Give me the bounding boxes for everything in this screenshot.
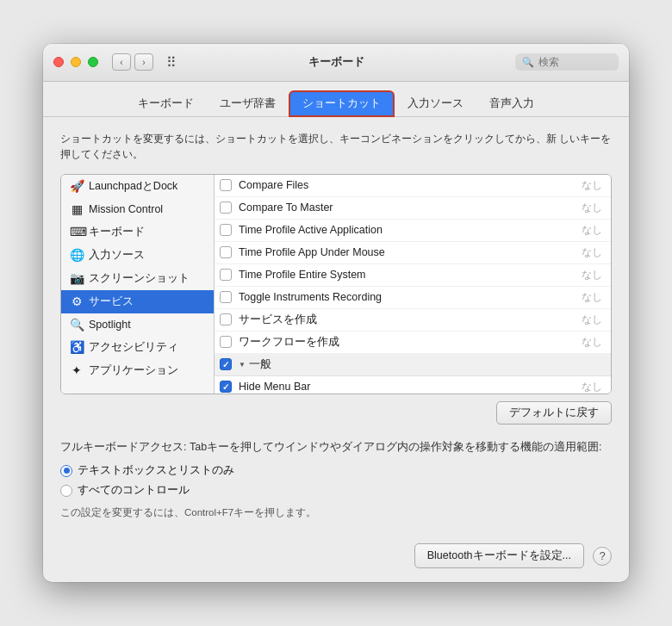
radio-circle-all[interactable] — [60, 485, 72, 497]
item-label: Toggle Instruments Recording — [239, 291, 582, 303]
item-shortcut: なし — [582, 335, 602, 350]
apps-icon: ✦ — [70, 363, 84, 377]
checkbox-tp-active[interactable] — [220, 224, 232, 236]
sidebar-item-spotlight[interactable]: 🔍 Spotlight — [61, 313, 214, 336]
checkbox-create-workflow[interactable] — [220, 336, 232, 348]
tab-shortcuts[interactable]: ショートカット — [289, 90, 395, 117]
item-shortcut: なし — [582, 201, 602, 215]
keyboard-preferences-window: ‹ › ⠿ キーボード 🔍 キーボード ユーザ辞書 ショートカット 入力ソース … — [43, 44, 629, 583]
checkbox-general-section[interactable] — [220, 358, 232, 370]
launchpad-icon: 🚀 — [70, 179, 84, 193]
list-item[interactable]: ワークフローを作成 なし — [215, 332, 611, 354]
section-header-general[interactable]: ▼ 一般 — [215, 354, 611, 376]
sidebar-item-keyboard[interactable]: ⌨ キーボード — [61, 220, 214, 244]
sidebar-item-apps[interactable]: ✦ アプリケーション — [61, 359, 214, 382]
help-button[interactable]: ? — [593, 547, 612, 566]
sidebar-item-label: サービス — [89, 294, 134, 309]
mission-icon: ▦ — [70, 202, 84, 216]
triangle-icon: ▼ — [239, 361, 246, 369]
shortcuts-list: Compare Files なし Compare To Master なし Ti… — [215, 175, 611, 394]
item-shortcut: なし — [582, 245, 602, 260]
radio-textbox-only[interactable]: テキストボックスとリストのみ — [60, 463, 612, 478]
keyboard-icon: ⌨ — [70, 225, 84, 239]
sidebar-item-label: スクリーンショット — [89, 271, 190, 286]
tab-user-dict[interactable]: ユーザ辞書 — [207, 90, 289, 117]
checkbox-tp-mouse[interactable] — [220, 246, 232, 258]
keyboard-access-section: フルキーボードアクセス: Tabキーを押してウインドウやダイアログ内の操作対象を… — [60, 440, 612, 520]
sidebar-item-label: アプリケーション — [89, 363, 178, 378]
item-label: Time Profile App Under Mouse — [239, 246, 582, 258]
item-shortcut: なし — [582, 380, 602, 394]
item-label: Hide Menu Bar — [239, 381, 582, 393]
minimize-button[interactable] — [71, 57, 81, 67]
search-input[interactable] — [538, 56, 607, 68]
checkbox-compare-files[interactable] — [220, 179, 232, 191]
list-item[interactable]: Compare To Master なし — [215, 197, 611, 220]
list-item[interactable]: Compare Files なし — [215, 175, 611, 197]
section-label: 一般 — [249, 357, 271, 372]
traffic-lights — [53, 57, 98, 67]
keyboard-access-title: フルキーボードアクセス: Tabキーを押してウインドウやダイアログ内の操作対象を… — [60, 440, 612, 456]
checkbox-create-service[interactable] — [220, 313, 232, 325]
services-icon: ⚙ — [70, 294, 84, 308]
tab-bar: キーボード ユーザ辞書 ショートカット 入力ソース 音声入力 — [43, 82, 629, 117]
nav-buttons: ‹ › — [112, 53, 153, 71]
sidebar-item-mission[interactable]: ▦ Mission Control — [61, 198, 214, 220]
item-shortcut: なし — [582, 223, 602, 238]
checkbox-compare-master[interactable] — [220, 201, 232, 214]
item-label: サービスを作成 — [239, 313, 582, 327]
main-panel: 🚀 LaunchpadとDock ▦ Mission Control ⌨ キーボ… — [60, 174, 612, 394]
sidebar-item-label: Mission Control — [89, 203, 163, 215]
sidebar-item-accessibility[interactable]: ♿ アクセシビリティ — [61, 336, 214, 359]
spotlight-icon: 🔍 — [70, 318, 84, 332]
checkbox-hide-menubar[interactable] — [220, 381, 232, 393]
item-label: Compare To Master — [239, 201, 582, 214]
item-label: Compare Files — [239, 179, 582, 191]
grid-button[interactable]: ⠿ — [160, 53, 183, 71]
tab-input-source[interactable]: 入力ソース — [395, 90, 476, 117]
item-shortcut: なし — [582, 178, 602, 193]
forward-button[interactable]: › — [134, 53, 153, 71]
sidebar-item-label: 入力ソース — [89, 248, 145, 263]
sidebar: 🚀 LaunchpadとDock ▦ Mission Control ⌨ キーボ… — [61, 175, 215, 394]
item-label: Time Profile Entire System — [239, 269, 582, 281]
back-button[interactable]: ‹ — [112, 53, 131, 71]
sidebar-item-screenshot[interactable]: 📷 スクリーンショット — [61, 267, 214, 290]
tab-voice[interactable]: 音声入力 — [476, 90, 547, 117]
radio-circle-textbox[interactable] — [60, 465, 72, 477]
item-label: Time Profile Active Application — [239, 224, 582, 236]
list-item[interactable]: Hide Menu Bar なし — [215, 376, 611, 394]
radio-all-controls[interactable]: すべてのコントロール — [60, 483, 612, 498]
titlebar: ‹ › ⠿ キーボード 🔍 — [43, 44, 629, 82]
keyboard-access-note: この設定を変更するには、Control+F7キーを押します。 — [60, 506, 612, 519]
checkbox-tp-system[interactable] — [220, 269, 232, 281]
content-area: ショートカットを変更するには、ショートカットを選択し、キーコンビネーションをクリ… — [43, 117, 629, 534]
bluetooth-button[interactable]: Bluetoothキーボードを設定... — [414, 543, 584, 568]
accessibility-icon: ♿ — [70, 340, 84, 354]
sidebar-item-label: キーボード — [89, 225, 145, 239]
sidebar-item-label: LaunchpadとDock — [89, 179, 177, 194]
bottom-bar: デフォルトに戻す — [60, 394, 612, 428]
sidebar-item-input[interactable]: 🌐 入力ソース — [61, 244, 214, 267]
checkbox-toggle-instruments[interactable] — [220, 291, 232, 303]
close-button[interactable] — [53, 57, 64, 67]
item-shortcut: なし — [582, 268, 602, 282]
list-item[interactable]: Time Profile Active Application なし — [215, 220, 611, 242]
window-title: キーボード — [308, 54, 364, 70]
sidebar-item-launchpad[interactable]: 🚀 LaunchpadとDock — [61, 175, 214, 198]
sidebar-item-label: Spotlight — [89, 319, 131, 331]
input-icon: 🌐 — [70, 248, 84, 262]
list-item[interactable]: サービスを作成 なし — [215, 309, 611, 332]
tab-keyboard[interactable]: キーボード — [125, 90, 207, 117]
list-item[interactable]: Time Profile App Under Mouse なし — [215, 242, 611, 264]
sidebar-item-services[interactable]: ⚙ サービス — [61, 290, 214, 313]
search-box[interactable]: 🔍 — [515, 53, 619, 71]
radio-label: すべてのコントロール — [78, 483, 190, 498]
sidebar-item-label: アクセシビリティ — [89, 340, 178, 355]
list-item[interactable]: Time Profile Entire System なし — [215, 264, 611, 287]
screenshot-icon: 📷 — [70, 271, 84, 285]
list-item[interactable]: Toggle Instruments Recording なし — [215, 287, 611, 309]
reset-button[interactable]: デフォルトに戻す — [496, 401, 612, 425]
maximize-button[interactable] — [88, 57, 98, 67]
description-text: ショートカットを変更するには、ショートカットを選択し、キーコンビネーションをクリ… — [60, 131, 612, 162]
